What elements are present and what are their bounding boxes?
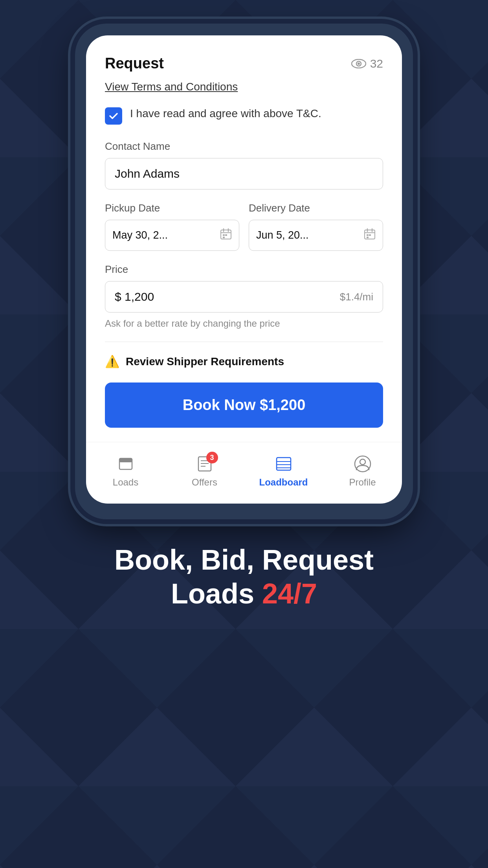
svg-rect-15: [369, 234, 371, 236]
nav-label-loadboard: Loadboard: [259, 477, 308, 488]
date-row: Pickup Date May 30, 2...: [105, 202, 383, 251]
contact-name-input[interactable]: [105, 158, 383, 189]
agree-checkbox[interactable]: [105, 107, 122, 125]
contact-name-label: Contact Name: [105, 140, 383, 153]
delivery-date-field: Delivery Date Jun 5, 20...: [249, 202, 383, 251]
checkmark-icon: [108, 110, 119, 121]
nav-item-profile[interactable]: Profile: [323, 450, 402, 492]
svg-rect-9: [223, 237, 225, 238]
profile-icon: [353, 454, 372, 474]
svg-rect-18: [119, 458, 132, 462]
loads-icon: [116, 454, 136, 474]
nav-item-offers[interactable]: 3 Offers: [165, 450, 244, 492]
page-title: Request: [105, 55, 164, 72]
price-hint: Ask for a better rate by changing the pr…: [105, 318, 383, 329]
nav-label-offers: Offers: [192, 477, 217, 488]
view-count-row: 32: [351, 57, 383, 70]
price-per-mile: $1.4/mi: [340, 291, 373, 303]
shipper-req-text: Review Shipper Requirements: [126, 355, 284, 368]
header-row: Request 32: [105, 55, 383, 72]
price-label: Price: [105, 263, 383, 276]
svg-rect-14: [367, 234, 369, 236]
delivery-date-label: Delivery Date: [249, 202, 383, 214]
svg-rect-16: [367, 237, 369, 238]
price-input[interactable]: $ 1,200 $1.4/mi: [105, 281, 383, 313]
shipper-req-row: ⚠️ Review Shipper Requirements: [105, 355, 383, 368]
book-now-button[interactable]: Book Now $1,200: [105, 383, 383, 428]
nav-item-loads[interactable]: Loads: [86, 450, 165, 492]
tagline-area: Book, Bid, Request Loads 24/7: [114, 543, 374, 611]
svg-rect-23: [277, 458, 291, 470]
bottom-nav: Loads 3 Offers: [86, 442, 402, 504]
loadboard-icon: [274, 454, 294, 474]
delivery-calendar-icon: [364, 228, 376, 243]
nav-label-loads: Loads: [113, 477, 138, 488]
divider: [105, 342, 383, 342]
nav-label-profile: Profile: [349, 477, 376, 488]
phone-screen: Request 32 View Terms and Conditions: [86, 35, 402, 504]
nav-item-loadboard[interactable]: Loadboard: [244, 450, 323, 492]
eye-icon: [351, 59, 366, 68]
checkbox-label: I have read and agree with above T&C.: [130, 106, 321, 121]
offers-badge: 3: [206, 452, 218, 463]
screen-content: Request 32 View Terms and Conditions: [86, 35, 402, 428]
price-value: $ 1,200: [115, 290, 154, 303]
delivery-date-value: Jun 5, 20...: [256, 229, 309, 241]
pickup-date-field: Pickup Date May 30, 2...: [105, 202, 239, 251]
terms-link[interactable]: View Terms and Conditions: [105, 81, 383, 93]
svg-rect-7: [223, 234, 225, 236]
pickup-calendar-icon: [220, 228, 232, 243]
pickup-date-input[interactable]: May 30, 2...: [105, 220, 239, 251]
svg-point-2: [358, 63, 360, 65]
tagline-accent: 24/7: [262, 578, 317, 609]
tagline-line1: Book, Bid, Request: [114, 543, 374, 577]
svg-point-27: [355, 456, 371, 472]
svg-rect-8: [225, 234, 227, 236]
phone-frame: Request 32 View Terms and Conditions: [75, 24, 413, 519]
svg-point-28: [360, 459, 365, 465]
pickup-date-value: May 30, 2...: [112, 229, 168, 241]
view-count-value: 32: [370, 57, 383, 70]
checkbox-row: I have read and agree with above T&C.: [105, 106, 383, 125]
delivery-date-input[interactable]: Jun 5, 20...: [249, 220, 383, 251]
pickup-date-label: Pickup Date: [105, 202, 239, 214]
tagline-line2: Loads 24/7: [114, 577, 374, 611]
warning-icon: ⚠️: [105, 355, 119, 368]
